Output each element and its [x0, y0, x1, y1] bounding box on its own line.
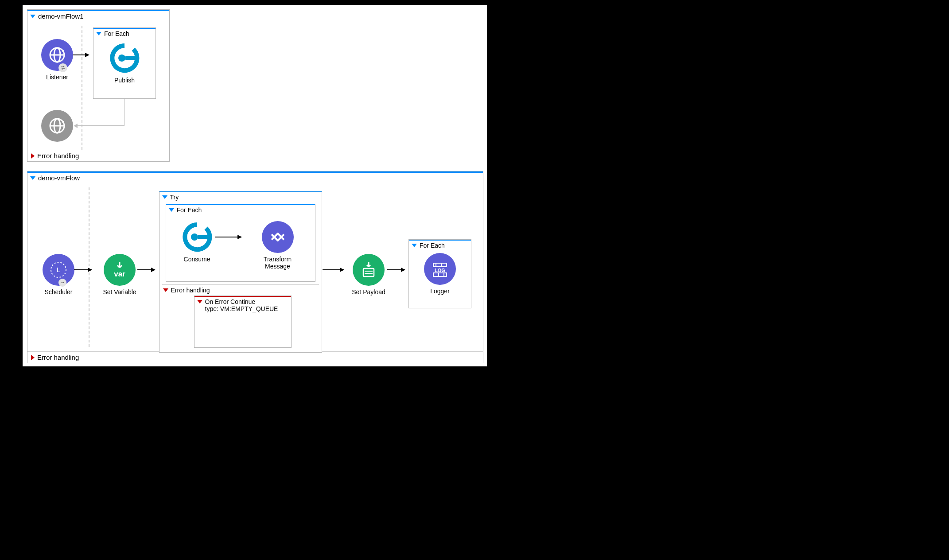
try-error-section[interactable]: Error handling: [162, 285, 319, 296]
vm-publish-icon: [109, 42, 140, 74]
return-arrowhead-icon: [74, 124, 78, 128]
collapse-icon[interactable]: [163, 288, 168, 292]
svg-rect-16: [433, 263, 447, 267]
response-node[interactable]: [37, 110, 77, 142]
expand-icon[interactable]: [31, 355, 35, 360]
exchange-badge-icon: [58, 279, 66, 287]
svg-point-11: [191, 233, 198, 241]
on-error-line1: On Error Continue: [205, 298, 278, 305]
flow-demo-vmflow1[interactable]: demo-vmFlow1 Listener: [27, 9, 170, 162]
flow-demo-vmflow[interactable]: demo-vmFlow L Scheduler var Set Varia: [27, 171, 483, 363]
scheduler-node[interactable]: L Scheduler: [36, 254, 81, 296]
try-scope[interactable]: Try For Each: [159, 191, 322, 353]
svg-rect-13: [363, 268, 374, 276]
svg-text:var: var: [114, 270, 125, 278]
scope-title: For Each: [420, 242, 445, 249]
set-variable-icon: var: [104, 254, 136, 286]
svg-rect-20: [433, 273, 447, 276]
set-variable-node[interactable]: var Set Variable: [97, 254, 142, 296]
collapse-icon[interactable]: [30, 176, 35, 180]
collapse-icon[interactable]: [30, 15, 35, 18]
svg-text:L: L: [57, 266, 60, 273]
foreach-scope[interactable]: For Each Consume: [166, 204, 315, 282]
listener-node[interactable]: Listener: [37, 39, 77, 81]
transform-icon: [262, 221, 294, 253]
flow-title: demo-vmFlow1: [38, 12, 84, 20]
set-payload-icon: [353, 254, 385, 286]
diagram-canvas: demo-vmFlow1 Listener: [22, 4, 487, 367]
error-label: Error handling: [37, 152, 79, 159]
flow-title: demo-vmFlow: [38, 174, 80, 182]
logger-label: Logger: [422, 288, 458, 295]
svg-rect-4: [125, 56, 136, 60]
collapse-icon[interactable]: [412, 244, 417, 247]
publish-node[interactable]: Publish: [106, 42, 143, 84]
collapse-icon[interactable]: [169, 208, 174, 212]
on-error-line2: type: VM:EMPTY_QUEUE: [205, 305, 278, 312]
transform-label: Transform Message: [251, 256, 304, 270]
vm-consume-icon: [181, 221, 213, 253]
set-payload-label: Set Payload: [346, 288, 391, 296]
try-error-label: Error handling: [171, 287, 210, 294]
error-label: Error handling: [37, 354, 79, 361]
scope-title: Try: [170, 194, 179, 201]
on-error-continue-scope[interactable]: On Error Continue type: VM:EMPTY_QUEUE: [194, 296, 292, 348]
scheduler-label: Scheduler: [36, 288, 81, 296]
foreach-logger-scope[interactable]: For Each LOG Logger: [408, 239, 471, 308]
scope-title: For Each: [177, 206, 202, 214]
svg-point-3: [118, 54, 125, 62]
transform-message-node[interactable]: Transform Message: [251, 221, 304, 270]
http-response-icon: [41, 110, 73, 142]
set-payload-node[interactable]: Set Payload: [346, 254, 391, 296]
consume-node[interactable]: Consume: [175, 221, 219, 263]
collapse-icon[interactable]: [162, 195, 167, 199]
exchange-badge-icon: [58, 63, 67, 72]
set-variable-label: Set Variable: [97, 288, 142, 296]
listener-label: Listener: [37, 74, 77, 81]
http-listener-icon: [41, 39, 73, 71]
collapse-icon[interactable]: [197, 300, 202, 303]
expand-icon[interactable]: [31, 153, 35, 159]
error-handling-section[interactable]: Error handling: [27, 352, 483, 363]
svg-text:LOG: LOG: [435, 268, 445, 273]
consume-label: Consume: [175, 256, 219, 263]
error-handling-section[interactable]: Error handling: [27, 150, 169, 161]
scope-title: For Each: [104, 30, 129, 37]
publish-label: Publish: [106, 77, 143, 84]
svg-rect-12: [198, 235, 209, 239]
foreach-scope[interactable]: For Each Publish: [93, 27, 156, 99]
collapse-icon[interactable]: [96, 32, 101, 35]
logger-node[interactable]: LOG Logger: [422, 253, 458, 295]
logger-icon: LOG: [424, 253, 456, 285]
